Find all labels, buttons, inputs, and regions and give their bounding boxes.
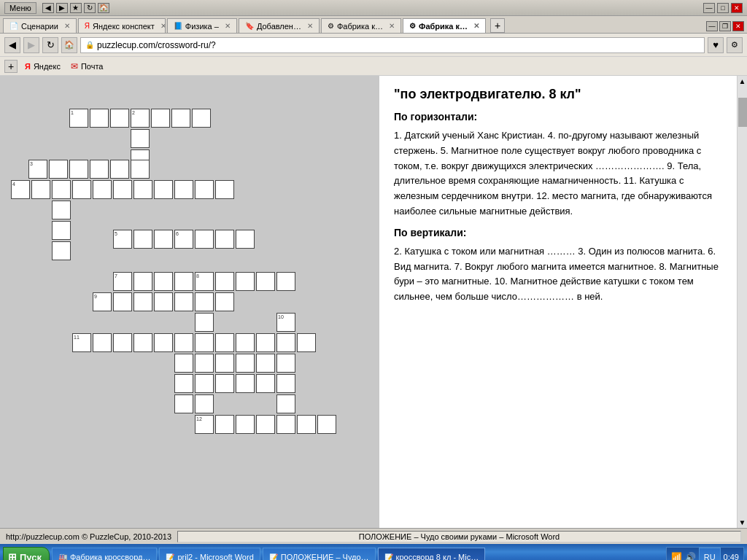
tab-6-close[interactable]: ✕ [473,22,479,30]
start-button[interactable]: ⊞ Пуск [3,547,50,560]
cell-8-1[interactable] [215,272,234,291]
cell-11-1[interactable] [93,333,112,352]
cv6-1[interactable] [52,241,71,260]
page-scrollbar[interactable]: ▲ ▼ [737,76,747,528]
cv-e1[interactable] [256,354,275,373]
tab-5-close[interactable]: ✕ [389,22,395,30]
cell-5-3[interactable]: 6 [174,230,193,249]
cv-a1[interactable] [174,354,193,373]
cell-4-5[interactable] [113,180,132,199]
cell-12-5[interactable] [297,415,316,434]
cell-8-0[interactable]: 8 [195,272,214,291]
cell-4-6[interactable] [133,180,152,199]
cell-4-10[interactable] [215,180,234,199]
cell-12-0[interactable]: 12 [195,415,214,434]
cell-11-11[interactable] [297,333,316,352]
cell-3-row3[interactable]: 3 [28,160,47,179]
tab-5[interactable]: ⚙ Фабрика к… ✕ [321,18,401,33]
titlebar-home[interactable]: 🏠 [98,3,109,13]
cell-9-a[interactable]: 9 [93,292,112,311]
cell-5-0[interactable]: 5 [113,230,132,249]
scroll-thumb[interactable] [738,98,747,127]
cell-4-0[interactable]: 4 [11,180,30,199]
cell-11-7[interactable] [215,333,234,352]
cell-5-1[interactable] [133,230,152,249]
cell-1-6[interactable]: 2 [131,109,150,128]
cv3-2[interactable] [52,221,71,240]
cell-11-3[interactable] [133,333,152,352]
cell-7-0[interactable]: 7 [113,272,132,291]
cv-c2[interactable] [215,374,234,393]
bookmark-yandex[interactable]: Я Яндекс [22,61,63,72]
cell-4-9[interactable] [195,180,214,199]
tab-4[interactable]: 🔖 Добавлен… ✕ [239,18,320,33]
cell-12-3[interactable] [256,415,275,434]
add-bookmark-button[interactable]: + [4,60,18,73]
cell-5-6[interactable] [236,230,255,249]
cell-1-9[interactable] [192,109,211,128]
minimize-icon[interactable]: — [706,21,718,31]
address-bar[interactable]: 🔒 puzzlecup.com/crossword-ru/? [80,37,705,53]
cell-8-2[interactable] [236,272,255,291]
tab-2[interactable]: Я Яндекс конспект ✕ [78,18,166,33]
cell-1-7[interactable] [151,109,170,128]
cv-b3[interactable] [195,394,214,413]
cell-1-5[interactable] [110,109,129,128]
cell-12-1[interactable] [215,415,234,434]
cell-3-row3-3[interactable] [69,160,88,179]
titlebar-bookmark[interactable]: ★ [70,3,82,13]
cell-5-2[interactable] [154,230,173,249]
cv-a2[interactable] [174,374,193,393]
home-button[interactable]: 🏠 [61,37,77,53]
cell-11-2[interactable] [113,333,132,352]
cell-11-6[interactable] [195,333,214,352]
tab-2-close[interactable]: ✕ [160,22,166,30]
scroll-down-button[interactable]: ▼ [738,517,747,528]
cell-1-3[interactable]: 1 [69,109,88,128]
cell-11-0[interactable]: 11 [72,333,91,352]
cell-4-4[interactable] [93,180,112,199]
cell-2-1[interactable] [131,129,150,148]
cv3-1[interactable] [52,201,71,219]
tab-3-close[interactable]: ✕ [225,22,231,30]
taskbar-item-3[interactable]: 📝 ПОЛОЖЕНИЕ – Чудо… [263,548,376,560]
tab-1[interactable]: 📄 Сценарии ✕ [3,18,77,33]
cell-8-3[interactable] [256,272,275,291]
cell-3-row3-4[interactable] [90,160,109,179]
cell-4-8[interactable] [174,180,193,199]
cell-12-6[interactable] [317,415,336,434]
cv-f2[interactable] [276,374,295,393]
cell-3-row3-5[interactable] [110,160,129,179]
cell-9-b[interactable] [113,292,132,311]
cv-f1[interactable] [276,354,295,373]
cell-1-8[interactable] [171,109,190,128]
cv-c1[interactable] [215,354,234,373]
cv-d1[interactable] [236,354,255,373]
cv8-1[interactable] [195,292,214,311]
cell-10-a[interactable]: 10 [276,313,295,332]
forward-button[interactable]: ▶ [23,37,39,53]
close-icon[interactable]: ✕ [732,21,744,31]
cv-e2[interactable] [256,374,275,393]
tab-4-close[interactable]: ✕ [307,22,313,30]
cell-9-e[interactable] [174,292,193,311]
restore-icon[interactable]: ❐ [719,21,731,31]
cv-d2[interactable] [236,374,255,393]
cell-11-4[interactable] [154,333,173,352]
cell-1-4[interactable] [90,109,109,128]
cell-12-2[interactable] [236,415,255,434]
cell-9-c[interactable] [133,292,152,311]
scroll-up-button[interactable]: ▲ [738,76,747,87]
cell-11-9[interactable] [256,333,275,352]
tab-3[interactable]: 📘 Физика – ✕ [167,18,237,33]
cell-7-1[interactable] [133,272,152,291]
cell-7-3[interactable] [174,272,193,291]
favorites-icon[interactable]: ♥ [708,37,724,53]
cv-b1[interactable] [195,354,214,373]
cell-5-5[interactable] [215,230,234,249]
bookmark-mail[interactable]: ✉ Почта [68,60,107,73]
cell-9-g[interactable] [215,292,234,311]
cell-3-row3-6[interactable] [131,160,150,179]
cv8-2[interactable] [195,313,214,332]
cv-a3[interactable] [174,394,193,413]
